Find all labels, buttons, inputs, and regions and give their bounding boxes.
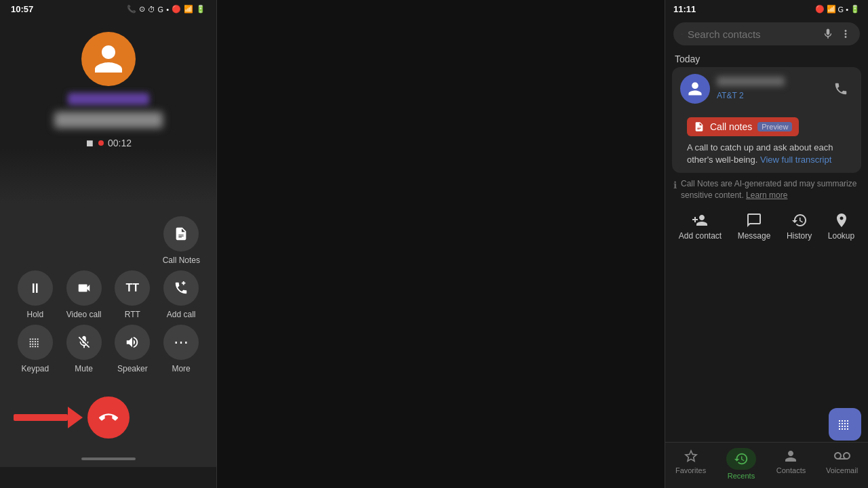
- middle-spacer: [217, 0, 665, 488]
- contact-name: [717, 77, 785, 86]
- section-label: Today: [665, 49, 868, 67]
- contact-info: AT&T 2: [717, 77, 822, 101]
- mute-button[interactable]: Mute: [66, 325, 102, 373]
- contact-carrier: AT&T 2: [717, 91, 744, 100]
- more-vert-icon[interactable]: [840, 28, 852, 40]
- keypad-label: Keypad: [22, 364, 50, 373]
- search-bar[interactable]: [673, 22, 860, 45]
- call-notes-icon: [163, 216, 199, 251]
- controls-row-2: Keypad Mute Speaker ⋯: [11, 325, 205, 373]
- time-right: 11:11: [673, 4, 696, 14]
- status-bar-right: 11:11 🔴 📶 G • 🔋: [665, 0, 868, 18]
- arrow-head: [68, 407, 83, 428]
- hold-label: Hold: [27, 310, 44, 319]
- hold-icon: ⏸: [18, 270, 53, 306]
- search-bar-icons: [822, 28, 852, 40]
- lookup-icon: [833, 212, 850, 228]
- history-label: History: [787, 231, 812, 241]
- video-call-label: Video call: [66, 310, 102, 319]
- transcript-link[interactable]: View full transcript: [760, 155, 831, 165]
- keypad-icon: [18, 325, 53, 360]
- message-button[interactable]: Message: [738, 212, 771, 241]
- home-bar: [81, 458, 136, 460]
- history-icon: [791, 212, 808, 228]
- mute-label: Mute: [75, 364, 93, 373]
- call-background: [0, 148, 216, 203]
- rtt-label: RTT: [125, 310, 140, 319]
- rtt-button[interactable]: TT RTT: [115, 270, 150, 319]
- notes-icon: [694, 121, 705, 132]
- status-bar-left: 10:57 📞 ⊙ ⏱ G • 🔴 📶 🔋: [0, 0, 216, 18]
- recents-label: Recents: [728, 472, 755, 480]
- recents-icon: [734, 451, 749, 466]
- add-contact-button[interactable]: Add contact: [679, 212, 722, 241]
- call-notes-label: Call Notes: [163, 256, 200, 265]
- nav-contacts[interactable]: Contacts: [776, 448, 806, 480]
- video-call-button[interactable]: Video call: [66, 270, 102, 319]
- right-phone: 11:11 🔴 📶 G • 🔋 Today: [665, 0, 868, 488]
- ai-disclaimer: ℹ Call Notes are AI-generated and may su…: [672, 178, 861, 201]
- learn-more-link[interactable]: Learn more: [746, 190, 787, 200]
- recents-active-bg: [726, 448, 756, 470]
- mic-icon[interactable]: [822, 28, 834, 40]
- lookup-button[interactable]: Lookup: [828, 212, 854, 241]
- end-call-icon: [99, 408, 118, 427]
- nav-recents[interactable]: Recents: [726, 448, 756, 480]
- search-icon: [682, 28, 682, 40]
- controls-top-row: Call Notes: [11, 216, 205, 265]
- arrow-shaft: [14, 414, 68, 421]
- speaker-label: Speaker: [117, 364, 148, 373]
- home-indicator: [0, 452, 216, 467]
- call-back-button[interactable]: [829, 77, 853, 101]
- add-call-icon: [163, 270, 199, 306]
- call-avatar-area: ⏹ 00:12: [54, 32, 163, 148]
- hold-button[interactable]: ⏸ Hold: [18, 270, 53, 319]
- message-label: Message: [738, 231, 771, 241]
- record-indicator: [98, 140, 104, 146]
- call-notes-button[interactable]: Call Notes: [163, 216, 200, 265]
- nav-voicemail[interactable]: Voicemail: [826, 448, 858, 480]
- add-call-button[interactable]: Add call: [163, 270, 199, 319]
- contacts-icon: [783, 448, 799, 464]
- end-call-area: [0, 386, 216, 452]
- end-call-button[interactable]: [87, 396, 130, 439]
- message-icon: [746, 212, 762, 228]
- search-input[interactable]: [688, 28, 816, 40]
- call-notes-summary: A call to catch up and ask about each ot…: [687, 142, 846, 166]
- contact-avatar: [680, 74, 710, 104]
- rtt-icon: TT: [115, 270, 150, 306]
- bottom-nav: Favorites Recents Contacts Voicemail: [665, 442, 868, 488]
- recent-call-row: AT&T 2: [672, 67, 861, 110]
- keypad-fab-icon: [837, 416, 853, 432]
- recent-call-card: AT&T 2 Call notes Preview A call to catc…: [672, 67, 861, 173]
- add-contact-label: Add contact: [679, 231, 722, 241]
- contacts-label: Contacts: [776, 466, 806, 474]
- left-phone: 10:57 📞 ⊙ ⏱ G • 🔴 📶 🔋 ⏹ 00:12: [0, 0, 217, 488]
- mute-icon: [66, 325, 102, 360]
- speaker-icon: [115, 325, 150, 360]
- call-notes-header: Call notes Preview: [687, 117, 799, 136]
- more-button[interactable]: ⋯ More: [163, 325, 199, 373]
- voicemail-label: Voicemail: [826, 466, 858, 474]
- status-icons-left: 📞 ⊙ ⏱ G • 🔴 📶 🔋: [127, 5, 205, 14]
- history-button[interactable]: History: [787, 212, 812, 241]
- video-call-icon: [66, 270, 102, 306]
- controls-area: Call Notes ⏸ Hold Video call TT RTT: [0, 203, 216, 386]
- preview-badge: Preview: [757, 122, 792, 131]
- nav-favorites[interactable]: Favorites: [675, 448, 706, 480]
- voicemail-icon: [834, 448, 850, 464]
- favorites-icon: [683, 448, 699, 464]
- more-icon: ⋯: [163, 325, 199, 360]
- keypad-button[interactable]: Keypad: [18, 325, 53, 373]
- avatar: [81, 32, 136, 86]
- info-icon: ℹ: [673, 179, 677, 192]
- lookup-label: Lookup: [828, 231, 854, 241]
- keypad-fab[interactable]: [829, 408, 861, 441]
- action-buttons-row: Add contact Message History Lookup: [665, 205, 868, 247]
- caller-name: [68, 93, 149, 105]
- add-call-label: Add call: [167, 310, 196, 319]
- speaker-button[interactable]: Speaker: [115, 325, 150, 373]
- time-left: 10:57: [11, 4, 33, 14]
- call-notes-banner: Call notes Preview A call to catch up an…: [679, 110, 854, 173]
- call-notes-title: Call notes: [710, 121, 752, 132]
